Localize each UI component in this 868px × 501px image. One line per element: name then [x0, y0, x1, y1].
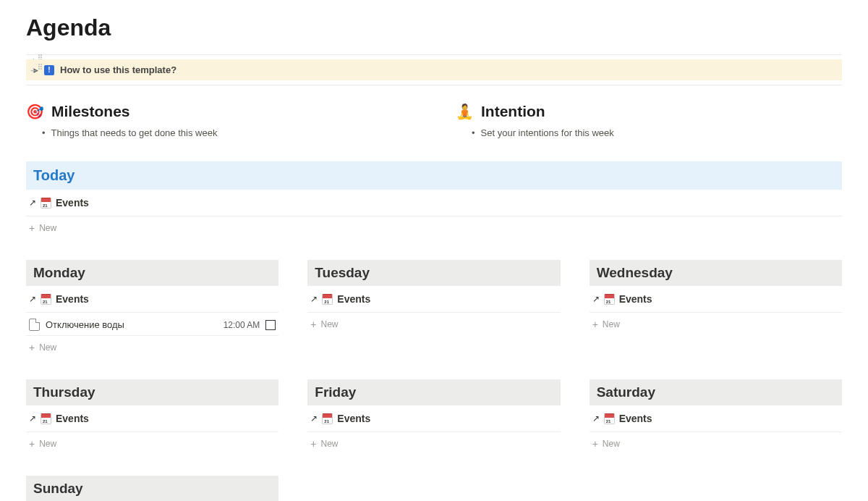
plus-icon: +: [592, 319, 598, 330]
event-time: 12:00 AM: [224, 320, 260, 330]
events-label: Events: [337, 413, 370, 424]
link-arrow-icon: ↗: [310, 294, 318, 304]
calendar-icon: [41, 413, 51, 424]
saturday-heading: Saturday: [590, 379, 842, 405]
drag-handle-icon[interactable]: [38, 64, 42, 76]
intention-section: 🧘 Intention • Set your intentions for th…: [456, 103, 842, 138]
plus-icon: +: [29, 438, 35, 450]
events-label: Events: [619, 293, 652, 305]
tuesday-new-button[interactable]: + New: [307, 313, 560, 336]
thursday-events-link[interactable]: ↗ Events: [26, 405, 278, 432]
how-to-use-toggle[interactable]: ▶ ! How to use this template?: [26, 59, 842, 80]
calendar-icon: [41, 198, 51, 209]
intention-heading: Intention: [481, 103, 545, 120]
bullet-dot-icon: •: [42, 127, 46, 138]
sunday-heading: Sunday: [26, 476, 278, 501]
page-icon: [29, 319, 40, 331]
tuesday-heading: Tuesday: [307, 260, 560, 286]
events-label: Events: [619, 413, 652, 424]
block-handles[interactable]: +: [30, 64, 42, 76]
monday-events-link[interactable]: ↗ Events: [26, 286, 278, 313]
new-label: New: [321, 439, 339, 449]
link-arrow-icon: ↗: [29, 294, 36, 304]
divider: [26, 85, 842, 85]
events-label: Events: [337, 293, 370, 305]
add-block-icon[interactable]: +: [30, 64, 37, 76]
saturday-new-button[interactable]: + New: [590, 432, 842, 455]
plus-icon: +: [29, 222, 35, 234]
intention-bullet[interactable]: • Set your intentions for this week: [456, 127, 842, 138]
link-arrow-icon: ↗: [592, 294, 600, 304]
monday-heading: Monday: [26, 260, 278, 286]
today-events-link[interactable]: ↗ Events: [26, 190, 842, 216]
wednesday-events-link[interactable]: ↗ Events: [590, 286, 842, 313]
plus-icon: +: [310, 438, 316, 450]
calendar-icon: [322, 294, 333, 305]
events-label: Events: [56, 413, 89, 424]
calendar-icon: [322, 413, 333, 424]
friday-new-button[interactable]: + New: [307, 432, 560, 455]
milestones-bullet[interactable]: • Things that needs to get done this wee…: [26, 127, 412, 138]
friday-heading: Friday: [307, 379, 560, 405]
wednesday-heading: Wednesday: [590, 260, 842, 286]
events-label: Events: [56, 197, 89, 209]
friday-events-link[interactable]: ↗ Events: [307, 405, 560, 432]
events-label: Events: [56, 293, 89, 305]
milestones-section: 🎯 Milestones • Things that needs to get …: [26, 103, 412, 138]
bullet-dot-icon: •: [472, 127, 475, 138]
today-heading: Today: [26, 161, 842, 190]
info-icon: !: [44, 65, 54, 75]
today-new-button[interactable]: + New: [26, 216, 842, 240]
link-arrow-icon: ↗: [310, 413, 318, 424]
new-label: New: [603, 319, 620, 329]
thursday-heading: Thursday: [26, 379, 278, 405]
page-title: Agenda: [26, 0, 842, 53]
plus-icon: +: [310, 319, 316, 330]
intention-bullet-text: Set your intentions for this week: [481, 127, 614, 138]
toggle-label: How to use this template?: [60, 64, 176, 75]
calendar-icon: [604, 294, 615, 305]
link-arrow-icon: ↗: [29, 413, 36, 424]
target-icon: 🎯: [26, 103, 44, 120]
calendar-icon: [604, 413, 615, 424]
milestones-bullet-text: Things that needs to get done this week: [51, 127, 218, 138]
person-meditating-icon: 🧘: [456, 103, 474, 120]
new-label: New: [39, 439, 56, 449]
new-label: New: [39, 342, 56, 353]
plus-icon: +: [592, 438, 598, 450]
event-checkbox[interactable]: [265, 320, 276, 330]
saturday-events-link[interactable]: ↗ Events: [590, 405, 842, 432]
link-arrow-icon: ↗: [592, 413, 600, 424]
wednesday-new-button[interactable]: + New: [590, 313, 842, 336]
thursday-new-button[interactable]: + New: [26, 432, 278, 455]
monday-new-button[interactable]: + New: [26, 336, 278, 359]
tuesday-events-link[interactable]: ↗ Events: [307, 286, 560, 313]
event-title: Отключение воды: [46, 319, 218, 330]
calendar-icon: [41, 294, 51, 305]
link-arrow-icon: ↗: [29, 198, 36, 208]
new-label: New: [603, 439, 620, 449]
milestones-heading: Milestones: [51, 103, 130, 120]
new-label: New: [39, 223, 56, 233]
divider: [26, 54, 842, 55]
plus-icon: +: [29, 342, 35, 353]
new-label: New: [321, 319, 339, 329]
monday-event-item[interactable]: Отключение воды 12:00 AM: [26, 313, 278, 336]
